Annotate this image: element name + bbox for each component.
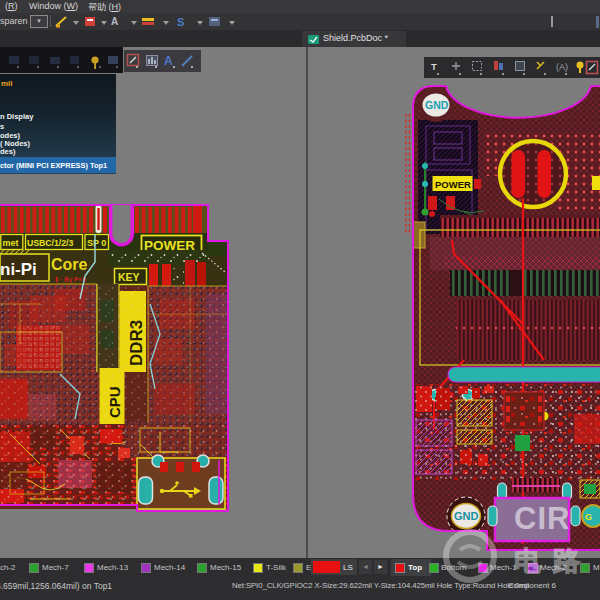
svg-text:T: T [431,61,437,72]
svg-text:GND: GND [454,510,479,522]
svg-text:A: A [111,16,118,27]
svg-text:met: met [3,238,19,248]
svg-text:USBC/1/2/3: USBC/1/2/3 [27,238,74,248]
svg-text:(A): (A) [556,62,568,72]
svg-text:SP 0: SP 0 [87,238,106,248]
svg-text:POWER: POWER [435,179,471,190]
svg-text:S: S [177,16,184,28]
svg-text:Core: Core [51,256,88,273]
svg-text:A: A [164,54,173,68]
svg-text:GND: GND [425,99,449,111]
svg-text:KEY: KEY [118,271,140,283]
svg-text:ni-Pi: ni-Pi [0,260,37,279]
svg-text:G: G [585,512,592,522]
svg-text:Ⅱ · By P≡h: Ⅱ · By P≡h [55,276,86,284]
